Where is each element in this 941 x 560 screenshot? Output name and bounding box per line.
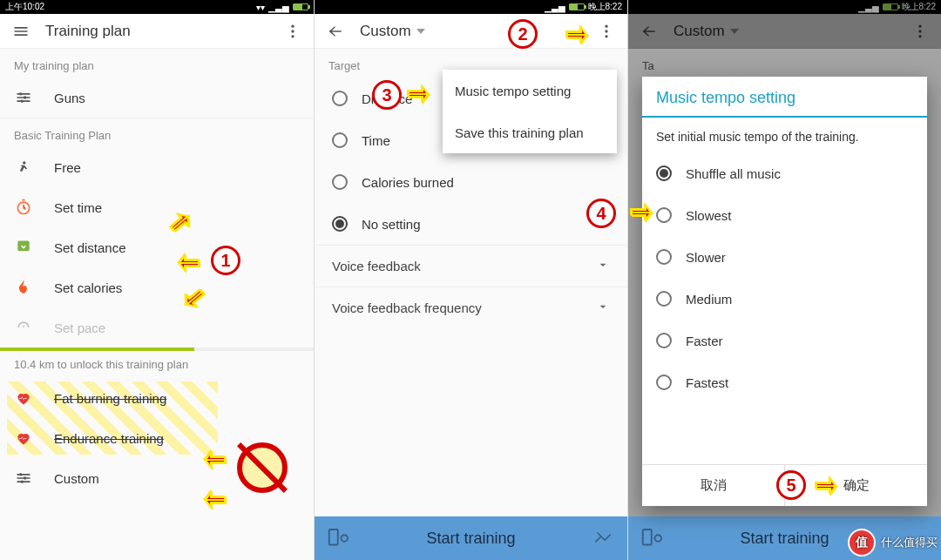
no-entry-icon [237, 442, 288, 493]
battery-icon [569, 3, 585, 10]
phone-earbuds-icon [637, 523, 668, 554]
radio-icon [332, 216, 348, 232]
dialog-cancel-button[interactable]: 取消 [642, 465, 784, 506]
app-bar: Training plan [0, 14, 314, 49]
plan-item-label: Fat burning training [54, 391, 166, 406]
satellite-icon [587, 523, 619, 554]
svg-point-1 [291, 30, 294, 32]
plan-item-set-time[interactable]: Set time [0, 187, 314, 227]
svg-point-5 [21, 100, 24, 103]
radio-icon [656, 333, 672, 348]
plan-item-label: Set pace [54, 320, 105, 335]
dialog-subtitle: Set initial music tempo of the training. [642, 118, 927, 152]
row-label: Voice feedback [332, 259, 421, 273]
plan-item-free[interactable]: Free [0, 147, 314, 187]
tempo-option-slower[interactable]: Slower [642, 236, 927, 278]
radio-icon [656, 249, 672, 265]
heart-icon [14, 428, 33, 448]
dropdown-caret-icon [416, 29, 425, 34]
plan-item-set-distance[interactable]: Set distance [0, 227, 314, 267]
svg-point-3 [19, 92, 22, 95]
radio-label: Shuffle all music [686, 166, 781, 181]
sliders-icon [14, 469, 33, 488]
tempo-option-shuffle[interactable]: Shuffle all music [642, 152, 927, 194]
overflow-menu-icon[interactable] [279, 17, 307, 45]
menu-hamburger-icon[interactable] [7, 17, 35, 45]
tempo-option-slowest[interactable]: Slowest [642, 194, 927, 236]
screenshot-pane-1: 上午10:02 ▾▾ ▁▃▅ Training plan My training… [0, 0, 314, 560]
watermark-badge: 值 [848, 529, 876, 557]
radio-label: Faster [686, 334, 723, 348]
plan-item-label: Endurance training [54, 431, 164, 446]
voice-feedback-row[interactable]: Voice feedback [315, 245, 627, 287]
radio-icon [656, 374, 672, 390]
plan-item-label: Custom [54, 471, 99, 486]
signal-icon: ▁▃▅ [268, 3, 289, 12]
page-title-text: Custom [360, 23, 411, 40]
tempo-option-faster[interactable]: Faster [642, 320, 927, 361]
chevron-down-icon [596, 300, 610, 316]
distance-arrow-icon [14, 238, 33, 257]
start-training-button[interactable]: Start training [315, 516, 627, 560]
radio-label: Slower [686, 250, 726, 265]
section-basic: Basic Training Plan [0, 118, 314, 147]
plan-item-fat-burning[interactable]: Fat burning training [0, 378, 314, 418]
plan-item-set-pace: Set pace [0, 307, 314, 347]
annotation-marker-5: 5 [776, 470, 806, 500]
plan-item-label: Set distance [54, 240, 126, 255]
back-arrow-icon[interactable] [322, 17, 349, 45]
annotation-arrow-icon [630, 202, 661, 226]
screenshot-pane-2: ▁▃▅ 晚上8:22 Custom Target Distance Ti [314, 0, 627, 560]
status-time: 晚上8:22 [588, 1, 622, 13]
plan-item-set-calories[interactable]: Set calories [0, 267, 314, 307]
section-my-training: My training plan [0, 49, 314, 78]
chevron-down-icon [596, 258, 610, 274]
radio-label: Time [362, 133, 390, 148]
tempo-option-fastest[interactable]: Fastest [642, 361, 927, 403]
target-option-calories[interactable]: Calories burned [315, 161, 627, 203]
tempo-option-medium[interactable]: Medium [642, 278, 927, 320]
svg-point-9 [24, 476, 26, 479]
page-title-dropdown[interactable]: Custom [349, 23, 592, 40]
radio-label: Medium [686, 292, 732, 307]
row-label: Voice feedback frequency [332, 300, 482, 315]
annotation-marker-1: 1 [211, 246, 240, 275]
phone-earbuds-icon [323, 523, 355, 554]
runner-icon [14, 158, 33, 177]
annotation-arrow-icon [407, 84, 438, 108]
svg-rect-14 [329, 530, 338, 545]
watermark: 值 什么值得买 [848, 529, 938, 557]
unlock-text: 10.4 km to unlock this training plan [0, 351, 314, 378]
target-option-nosetting[interactable]: No setting [315, 203, 627, 245]
svg-rect-7 [17, 241, 29, 252]
menu-item-music-tempo[interactable]: Music tempo setting [443, 70, 617, 111]
page-title: Training plan [35, 23, 279, 40]
annotation-marker-4: 4 [586, 199, 616, 228]
svg-point-15 [342, 535, 349, 542]
svg-rect-19 [643, 530, 652, 545]
watermark-text: 什么值得买 [881, 535, 938, 550]
radio-icon [332, 132, 348, 148]
annotation-marker-2: 2 [508, 19, 538, 49]
annotation-arrow-icon [565, 24, 597, 49]
status-bar: ▁▃▅ 晚上8:22 [315, 0, 627, 14]
radio-icon [332, 174, 348, 190]
svg-point-0 [291, 24, 294, 27]
plan-item-label: Set calories [54, 280, 122, 295]
plan-item-label: Set time [54, 200, 102, 215]
radio-label: Calories burned [362, 175, 454, 190]
menu-item-save-plan[interactable]: Save this training plan [443, 111, 617, 153]
annotation-arrow-icon [169, 249, 200, 273]
voice-feedback-frequency-row[interactable]: Voice feedback frequency [315, 287, 627, 328]
signal-icon: ▁▃▅ [545, 3, 565, 12]
flame-icon [14, 278, 33, 297]
music-tempo-dialog: Music tempo setting Set initial music te… [642, 77, 927, 506]
svg-point-11 [605, 24, 607, 27]
svg-point-8 [19, 473, 22, 476]
unlock-progress [0, 347, 314, 351]
dialog-title: Music tempo setting [642, 77, 927, 118]
status-bar: 上午10:02 ▾▾ ▁▃▅ [0, 0, 314, 14]
sliders-icon [14, 88, 33, 107]
plan-item-guns[interactable]: Guns [0, 78, 314, 118]
button-label: Start training [740, 530, 829, 548]
